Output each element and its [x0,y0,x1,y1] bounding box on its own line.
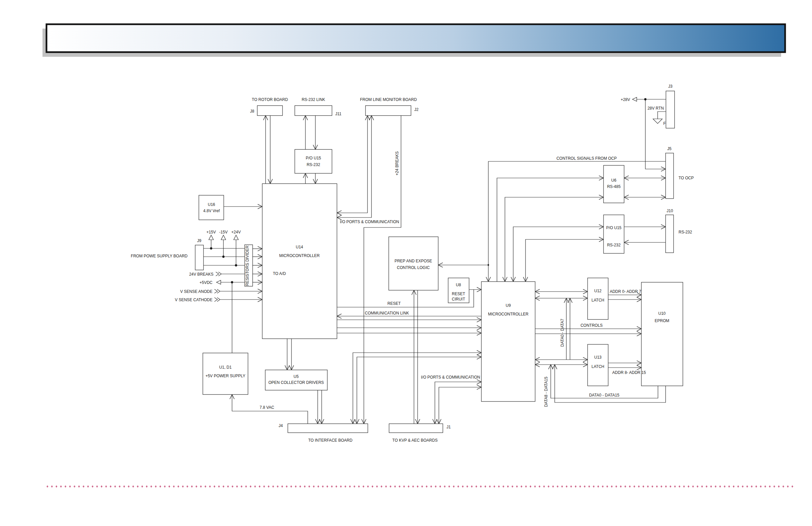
24v-breaks-chevron-icon [216,272,221,276]
io-ports-u14-label: I/O PORTS & COMMUNICATION [340,219,399,224]
connector-j10-box [666,215,673,253]
pou15-right-label: P/O U15 [606,226,621,230]
u6-rs485-label: RS-485 [607,184,621,189]
plus24v-source-icon [234,235,238,240]
u5-drivers-label: OPEN COLLECTOR DRIVERS [268,380,324,385]
connector-j8: TO ROTOR BOARD J8 [250,97,288,116]
block-u1d1-power-supply: U1, D1 +5V POWER SUPPLY [203,353,248,395]
connector-j9-box [195,245,203,270]
connector-j4: J4 TO INTERFACE BOARD [278,423,368,443]
block-u10-box [641,282,683,386]
block-u14-microcontroller: U14 MICROCONTROLLER [262,184,337,339]
78vac-label: 7.8 VAC [260,405,274,410]
wire [439,387,481,424]
j8-label: J8 [250,109,254,114]
junction-dot [488,264,489,266]
block-u12-latch: U12 LATCH [588,278,608,319]
diamond-separator [46,485,794,488]
wire [337,116,372,217]
u9-microcontroller-label: MICROCONTROLLER [488,312,528,316]
u6-label: U6 [611,178,617,183]
j1-label: J1 [447,425,451,429]
reset-wire-label: RESET [388,301,401,306]
controls-label: CONTROLS [581,323,603,328]
v-sense-anode-label: V SENSE ANODE [180,289,213,294]
junction-dot [231,281,233,284]
from-line-monitor-label: FROM LINE MONITOR BOARD [360,97,417,102]
block-u16-box [199,195,224,220]
u13-latch-label: LATCH [592,364,604,369]
data8-15-label: DATA8 - DATA15 [544,376,548,407]
block-u13-latch: U13 LATCH [588,344,608,386]
connector-j3: J3 [666,84,675,128]
connector-j8-box [257,105,282,116]
u8-label: U8 [456,283,461,287]
wire [658,112,666,119]
minus15v-source-icon [221,235,226,240]
wire [513,227,604,282]
u14-label: U14 [296,245,303,250]
block-prep-expose: PREP AND EXPOSE CONTROL LOGIC [389,237,438,290]
junction-dot [644,98,647,101]
plus28v-arrow-icon [633,97,637,101]
addr0-7-label: ADDR 0- ADDR 7 [610,289,641,294]
junction-dot [235,264,237,267]
pou15-right-rs232-label: RS-232 [607,243,621,247]
ground-f-label: F [663,121,666,126]
j3-label: J3 [668,84,672,89]
24v-breaks-label: 24V BREAKS [189,272,214,276]
blocks: TO ROTOR BOARD J8 RS-232 LINK J11 FROM L… [195,84,694,443]
j9-label: J9 [197,239,202,243]
block-pou15-left: P/O U15 RS-232 [295,150,332,173]
u8-reset-label: RESET [452,292,465,296]
plus5vdc-arrow-icon [216,280,221,284]
connector-j1: J1 TO KVP & AEC BOARDS [389,424,451,443]
connector-j11: RS-232 LINK J11 [295,97,342,116]
to-ocp-label: TO OCP [679,176,694,180]
plus28v-label: +28V [621,97,630,102]
u5-label: U5 [293,374,299,379]
j5-label: J5 [667,146,671,151]
wire [497,178,604,282]
block-pou15-right-box [604,215,624,253]
ground-icon [653,119,662,124]
u1d1-supply-label: +5V POWER SUPPLY [205,373,245,378]
u12-latch-label: LATCH [592,298,604,302]
connector-j5: J5 TO OCP [666,146,694,199]
u13-label: U13 [594,355,601,360]
header-bar [46,24,785,52]
data0-15-label: DATA0 - DATA15 [589,393,619,398]
connector-j11-box [295,105,332,116]
wire [337,116,367,213]
connector-j4-box [288,424,368,433]
block-u5-open-collector: U5 OPEN COLLECTOR DRIVERS [265,370,327,390]
connector-j9: J9 [195,239,203,270]
u16-vref-label: 4.8V Vref [203,209,220,213]
block-u9-microcontroller: U9 MICROCONTROLLER [481,282,535,401]
block-u10-eprom: U10 EPROM [641,282,683,386]
from-power-supply-label: FROM POWE SUPPLY BOARD [131,254,188,258]
u10-eprom-label: EPROM [655,318,669,323]
plus15v-source-icon [209,235,214,240]
connector-j2: FROM LINE MONITOR BOARD J2 [360,97,419,116]
header-banner [43,24,785,57]
u14-microcontroller-label: MICROCONTROLLER [279,253,320,258]
block-u8-reset: U8 RESET CIRUIT [448,278,469,303]
u9-label: U9 [506,303,511,308]
pou15-label: P/O U15 [306,156,321,160]
j2-label: J2 [414,107,419,112]
to-rotor-board-label: TO ROTOR BOARD [252,97,288,102]
v-sense-cathode-label: V SENSE CATHODE [175,298,213,302]
minus15v-label: -15V [219,230,228,234]
resistors-divider-label: RESISTORS DIVIDER [245,245,250,286]
block-pou15-right: P/O U15 RS-232 [604,215,624,253]
block-resistors-divider: RESISTORS DIVIDER [245,245,252,286]
connector-j10: J10 RS-232 [666,209,692,253]
u1d1-label: U1, D1 [219,365,232,370]
v-sense-cathode-chevron-icon [215,298,220,301]
connector-j3-box [666,91,675,128]
plus15v-label: +15V [206,230,216,234]
v-sense-anode-chevron-icon [215,289,220,293]
u8-ciruit-label: CIRUIT [452,297,465,301]
block-u16: U16 4.8V Vref [199,195,224,220]
